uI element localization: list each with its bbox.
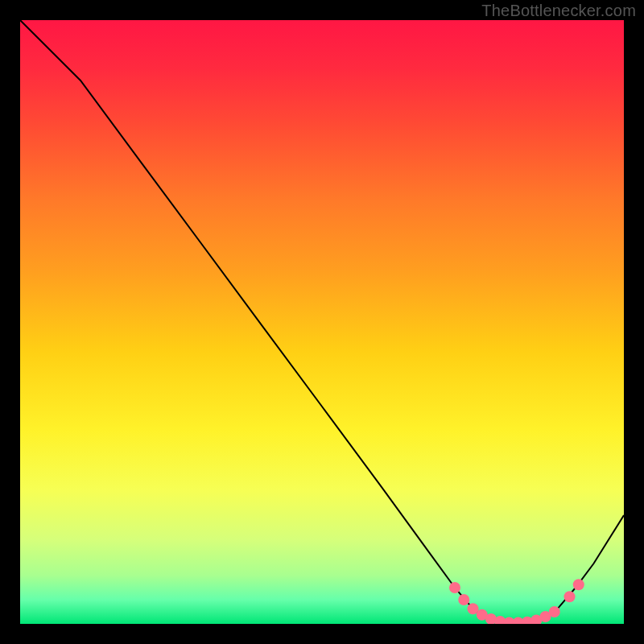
curve-marker [449,582,460,593]
curve-marker [573,579,584,590]
chart-background [20,20,624,624]
chart-frame: TheBottlenecker.com [0,0,644,644]
curve-marker [564,591,576,602]
curve-marker [458,594,469,605]
curve-marker [549,606,560,617]
watermark-text: TheBottlenecker.com [481,2,636,20]
bottleneck-chart [20,20,624,624]
